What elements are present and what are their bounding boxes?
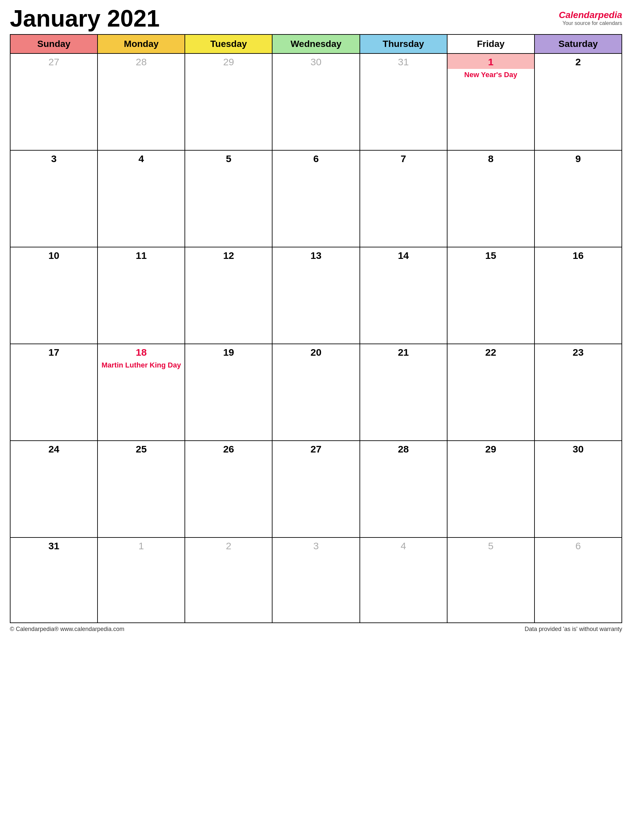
day-number: 24 [11, 441, 97, 456]
day-number: 10 [11, 248, 97, 262]
footer-right: Data provided 'as is' without warranty [525, 626, 622, 633]
calendar-day-cell: 21 [360, 344, 447, 441]
footer-left: © Calendarpedia® www.calendarpedia.com [10, 626, 124, 633]
day-number: 8 [447, 151, 534, 166]
calendar-day-cell: 2 [185, 537, 272, 623]
calendar-day-cell: 6 [272, 150, 360, 247]
day-number: 21 [360, 344, 447, 359]
calendar-day-cell: 1 [98, 537, 185, 623]
day-number: 26 [185, 441, 272, 456]
day-number: 19 [185, 344, 272, 359]
page-footer: © Calendarpedia® www.calendarpedia.com D… [10, 626, 622, 633]
day-number: 31 [360, 54, 447, 69]
calendar-day-cell: 6 [534, 537, 622, 623]
day-number: 23 [535, 344, 621, 359]
day-number: 28 [98, 54, 185, 69]
logo-tagline: Your source for calendars [559, 21, 622, 26]
day-number: 29 [447, 441, 534, 456]
calendar-day-cell: 14 [360, 247, 447, 344]
calendar-table: Sunday Monday Tuesday Wednesday Thursday… [10, 34, 622, 623]
day-number: 20 [272, 344, 359, 359]
calendar-day-cell: 29 [185, 54, 272, 150]
calendar-day-cell: 31 [360, 54, 447, 150]
calendar-week-row: 1718Martin Luther King Day1920212223 [10, 344, 622, 441]
calendar-day-cell: 1New Year's Day [447, 54, 534, 150]
calendar-day-cell: 9 [534, 150, 622, 247]
holiday-label: New Year's Day [447, 69, 534, 81]
calendar-day-cell: 12 [185, 247, 272, 344]
day-number: 30 [272, 54, 359, 69]
calendar-day-cell: 2 [534, 54, 622, 150]
calendar-day-cell: 15 [447, 247, 534, 344]
calendar-week-row: 3456789 [10, 150, 622, 247]
day-number: 15 [447, 248, 534, 262]
page-header: January 2021 Calendarpedia Your source f… [10, 6, 622, 30]
day-number: 11 [98, 248, 185, 262]
month-title: January 2021 [10, 6, 160, 30]
calendar-day-cell: 31 [10, 537, 98, 623]
day-number: 18 [98, 344, 185, 359]
calendar-day-cell: 11 [98, 247, 185, 344]
day-number: 17 [11, 344, 97, 359]
day-number: 6 [272, 151, 359, 166]
day-number: 3 [272, 538, 359, 553]
calendar-day-cell: 30 [534, 441, 622, 537]
day-number: 12 [185, 248, 272, 262]
calendar-day-cell: 30 [272, 54, 360, 150]
day-number: 4 [360, 538, 447, 553]
calendar-day-cell: 28 [360, 441, 447, 537]
logo-name: Calendarpedia [559, 10, 622, 21]
calendar-day-cell: 5 [447, 537, 534, 623]
calendar-day-cell: 23 [534, 344, 622, 441]
day-number: 7 [360, 151, 447, 166]
calendar-day-cell: 5 [185, 150, 272, 247]
header-monday: Monday [98, 35, 185, 54]
calendar-day-cell: 4 [360, 537, 447, 623]
day-number: 13 [272, 248, 359, 262]
calendar-day-cell: 26 [185, 441, 272, 537]
day-number: 5 [185, 151, 272, 166]
calendar-day-cell: 17 [10, 344, 98, 441]
header-thursday: Thursday [360, 35, 447, 54]
day-number: 3 [11, 151, 97, 166]
header-tuesday: Tuesday [185, 35, 272, 54]
calendar-day-cell: 25 [98, 441, 185, 537]
day-number: 27 [11, 54, 97, 69]
day-number: 5 [447, 538, 534, 553]
day-number: 2 [535, 54, 621, 69]
calendar-day-cell: 20 [272, 344, 360, 441]
calendar-day-cell: 18Martin Luther King Day [98, 344, 185, 441]
calendar-day-cell: 27 [272, 441, 360, 537]
day-number: 16 [535, 248, 621, 262]
calendar-day-cell: 3 [10, 150, 98, 247]
logo-before: Calendar [559, 10, 598, 20]
day-number: 4 [98, 151, 185, 166]
logo: Calendarpedia Your source for calendars [559, 6, 622, 26]
day-number: 14 [360, 248, 447, 262]
calendar-day-cell: 22 [447, 344, 534, 441]
header-wednesday: Wednesday [272, 35, 360, 54]
header-sunday: Sunday [10, 35, 98, 54]
logo-italic: pedia [598, 10, 622, 20]
day-number: 22 [447, 344, 534, 359]
holiday-label: Martin Luther King Day [98, 359, 185, 371]
calendar-week-row: 31123456 [10, 537, 622, 623]
calendar-week-row: 10111213141516 [10, 247, 622, 344]
day-number: 30 [535, 441, 621, 456]
calendar-week-row: 24252627282930 [10, 441, 622, 537]
day-number: 1 [98, 538, 185, 553]
calendar-day-cell: 27 [10, 54, 98, 150]
calendar-day-cell: 8 [447, 150, 534, 247]
calendar-day-cell: 10 [10, 247, 98, 344]
calendar-day-cell: 3 [272, 537, 360, 623]
day-number: 29 [185, 54, 272, 69]
day-number: 27 [272, 441, 359, 456]
calendar-day-cell: 19 [185, 344, 272, 441]
day-number: 28 [360, 441, 447, 456]
day-number: 1 [447, 54, 534, 69]
day-number: 2 [185, 538, 272, 553]
calendar-day-cell: 24 [10, 441, 98, 537]
day-number: 9 [535, 151, 621, 166]
calendar-day-cell: 13 [272, 247, 360, 344]
weekday-header-row: Sunday Monday Tuesday Wednesday Thursday… [10, 35, 622, 54]
